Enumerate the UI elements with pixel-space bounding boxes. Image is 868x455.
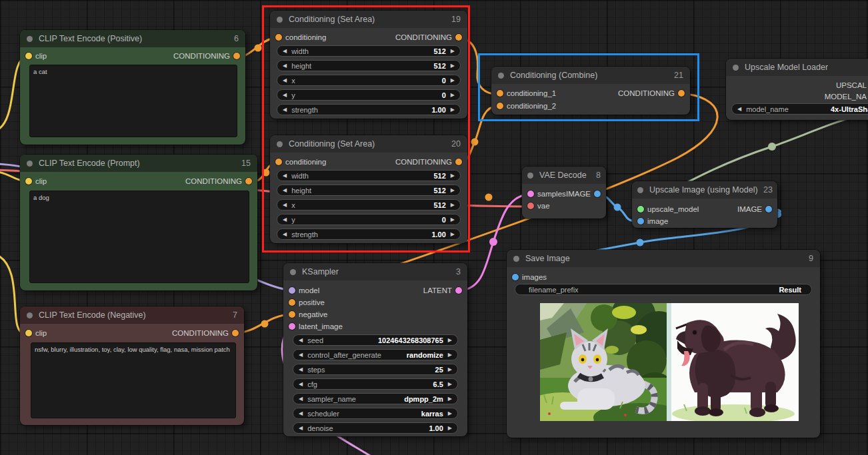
widget-strength[interactable]: ◀ strength 1.00 ▶: [277, 104, 461, 115]
widget-filename-prefix[interactable]: filename_prefix Result: [515, 284, 812, 295]
increment-arrow-icon[interactable]: ▶: [451, 188, 455, 193]
node-status-dot-icon[interactable]: [498, 73, 504, 79]
image-preview-strip[interactable]: [540, 303, 799, 421]
decrement-arrow-icon[interactable]: ◀: [299, 352, 303, 358]
increment-arrow-icon[interactable]: ▶: [448, 426, 452, 431]
widget-value[interactable]: 4x-UltraShar: [831, 105, 868, 113]
node-header[interactable]: KSampler 3: [283, 263, 467, 280]
node-header[interactable]: Upscale Model Loader: [726, 59, 868, 76]
input-slot-samples[interactable]: [527, 191, 534, 197]
increment-arrow-icon[interactable]: ▶: [448, 382, 452, 387]
node-header[interactable]: CLIP Text Encode (Positive) 6: [20, 30, 245, 47]
decrement-arrow-icon[interactable]: ◀: [283, 217, 287, 223]
output-slot-image[interactable]: [594, 191, 601, 197]
decrement-arrow-icon[interactable]: ◀: [299, 411, 303, 416]
increment-arrow-icon[interactable]: ▶: [451, 93, 455, 98]
cat-image-preview[interactable]: [540, 303, 667, 421]
widget-value[interactable]: 512: [433, 187, 445, 195]
decrement-arrow-icon[interactable]: ◀: [283, 107, 287, 113]
input-slot-clip[interactable]: [25, 178, 32, 185]
node-upscale-model-loader[interactable]: Upscale Model Loader UPSCAL MODEL_NA ◀ m…: [726, 59, 868, 120]
decrement-arrow-icon[interactable]: ◀: [283, 78, 287, 83]
increment-arrow-icon[interactable]: ▶: [451, 217, 455, 223]
widget-value[interactable]: Result: [779, 286, 801, 294]
prompt-textarea[interactable]: nsfw, blurry, illustration, toy, clay, l…: [31, 342, 236, 418]
input-slot-conditioning-2[interactable]: [497, 103, 503, 109]
node-status-dot-icon[interactable]: [733, 65, 739, 71]
increment-arrow-icon[interactable]: ▶: [448, 338, 452, 343]
widget-value[interactable]: 512: [433, 201, 445, 209]
input-slot-vae[interactable]: [527, 203, 534, 209]
node-status-dot-icon[interactable]: [27, 36, 33, 42]
decrement-arrow-icon[interactable]: ◀: [283, 49, 287, 54]
decrement-arrow-icon[interactable]: ◀: [299, 426, 303, 431]
widget-value[interactable]: 6.5: [433, 380, 443, 388]
node-upscale-image-using-model-23[interactable]: Upscale Image (using Model) 23 upscale_m…: [632, 181, 777, 228]
widget-value[interactable]: 1.00: [431, 230, 445, 238]
widget-x[interactable]: ◀ x 512 ▶: [277, 199, 461, 211]
widget-value[interactable]: 1.00: [429, 424, 443, 432]
node-header[interactable]: Conditioning (Set Area) 20: [270, 135, 467, 153]
increment-arrow-icon[interactable]: ▶: [451, 63, 455, 69]
widget-sampler-name[interactable]: ◀ sampler_name dpmpp_2m ▶: [293, 393, 458, 404]
increment-arrow-icon[interactable]: ▶: [451, 78, 455, 83]
dog-image-preview[interactable]: [667, 303, 799, 421]
widget-width[interactable]: ◀ width 512 ▶: [277, 45, 461, 57]
widget-steps[interactable]: ◀ steps 25 ▶: [293, 364, 458, 375]
increment-arrow-icon[interactable]: ▶: [451, 232, 455, 237]
decrement-arrow-icon[interactable]: ◀: [283, 93, 287, 98]
widget-height[interactable]: ◀ height 512 ▶: [277, 60, 461, 71]
node-clip-text-encode-negative[interactable]: CLIP Text Encode (Negative) 7 clip CONDI…: [20, 306, 244, 425]
node-status-dot-icon[interactable]: [290, 269, 296, 275]
decrement-arrow-icon[interactable]: ◀: [283, 188, 287, 193]
prompt-textarea[interactable]: a cat: [29, 65, 237, 137]
node-header[interactable]: Conditioning (Combine) 21: [491, 67, 690, 84]
input-slot-negative[interactable]: [289, 311, 295, 318]
output-slot-conditioning[interactable]: [455, 34, 462, 41]
node-status-dot-icon[interactable]: [277, 17, 283, 23]
node-status-dot-icon[interactable]: [527, 173, 533, 179]
node-conditioning-set-area-19[interactable]: Conditioning (Set Area) 19 conditioning …: [270, 11, 467, 119]
node-status-dot-icon[interactable]: [637, 187, 643, 193]
input-slot-positive[interactable]: [289, 299, 295, 306]
decrement-arrow-icon[interactable]: ◀: [283, 203, 287, 208]
node-status-dot-icon[interactable]: [27, 161, 33, 167]
widget-cfg[interactable]: ◀ cfg 6.5 ▶: [293, 378, 458, 390]
increment-arrow-icon[interactable]: ▶: [451, 49, 455, 54]
increment-arrow-icon[interactable]: ▶: [451, 173, 455, 179]
node-save-image-9[interactable]: Save Image 9 images filename_prefix Resu…: [507, 250, 820, 438]
node-header[interactable]: VAE Decode 8: [522, 167, 606, 184]
node-header[interactable]: CLIP Text Encode (Negative) 7: [20, 306, 244, 324]
widget-value[interactable]: 1024643268308765: [378, 336, 443, 344]
widget-value[interactable]: 1.00: [431, 106, 445, 114]
input-slot-conditioning[interactable]: [275, 159, 282, 165]
widget-value[interactable]: 0: [442, 216, 446, 224]
widget-denoise[interactable]: ◀ denoise 1.00 ▶: [293, 422, 458, 434]
widget-scheduler[interactable]: ◀ scheduler karras ▶: [293, 408, 458, 419]
input-slot-clip[interactable]: [25, 330, 32, 336]
widget-value[interactable]: 512: [433, 47, 445, 55]
node-header[interactable]: Upscale Image (using Model) 23: [632, 181, 777, 199]
widget-strength[interactable]: ◀ strength 1.00 ▶: [277, 228, 461, 240]
decrement-arrow-icon[interactable]: ◀: [299, 367, 303, 372]
node-ksampler-3[interactable]: KSampler 3 model LATENT positive negativ…: [283, 263, 467, 436]
decrement-arrow-icon[interactable]: ◀: [299, 396, 303, 402]
widget-value[interactable]: 0: [442, 77, 446, 85]
node-graph-canvas[interactable]: CLIP Text Encode (Positive) 6 clip CONDI…: [0, 0, 868, 455]
node-vae-decode-8[interactable]: VAE Decode 8 samples IMAGE vae: [522, 167, 606, 219]
node-clip-text-encode-positive[interactable]: CLIP Text Encode (Positive) 6 clip CONDI…: [20, 30, 245, 145]
increment-arrow-icon[interactable]: ▶: [451, 107, 455, 113]
decrement-arrow-icon[interactable]: ◀: [737, 107, 741, 112]
increment-arrow-icon[interactable]: ▶: [448, 367, 452, 372]
input-slot-clip[interactable]: [25, 53, 32, 59]
input-slot-model[interactable]: [289, 287, 295, 294]
widget-value[interactable]: 0: [442, 91, 446, 99]
input-slot-image[interactable]: [637, 218, 644, 225]
prompt-textarea[interactable]: a dog: [29, 191, 249, 283]
output-slot-conditioning[interactable]: [233, 53, 240, 59]
node-status-dot-icon[interactable]: [277, 141, 283, 147]
node-header[interactable]: Conditioning (Set Area) 19: [270, 11, 467, 28]
output-slot-conditioning[interactable]: [232, 330, 239, 336]
output-slot-image[interactable]: [765, 206, 772, 213]
input-slot-latent-image[interactable]: [289, 323, 295, 330]
